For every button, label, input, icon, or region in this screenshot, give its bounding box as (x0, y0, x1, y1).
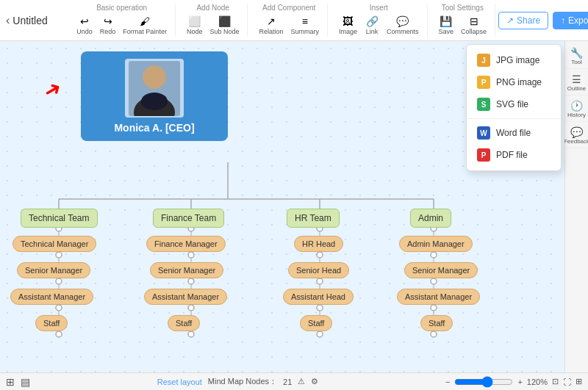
svg-point-45 (141, 93, 168, 110)
svg-point-29 (188, 278, 194, 284)
team-node-admin[interactable]: Admin (410, 209, 451, 228)
link-button[interactable]: 🔗 Link (362, 13, 381, 37)
sub-node-staff-3[interactable]: Staff (300, 315, 332, 331)
word-icon: W (477, 126, 490, 140)
zoom-in-button[interactable]: + (517, 378, 522, 386)
svg-icon: S (477, 98, 490, 111)
sub-node-staff-1[interactable]: Staff (35, 315, 68, 331)
toolbar-tool-settings: Tool Settings 💾 Save ⊟ Collapse (431, 4, 496, 37)
svg-point-34 (317, 278, 323, 284)
collapse-button[interactable]: ⊟ Collapse (459, 13, 489, 37)
zoom-out-button[interactable]: − (445, 378, 450, 386)
svg-point-24 (56, 278, 62, 284)
svg-point-41 (431, 331, 437, 337)
svg-point-26 (56, 331, 62, 337)
export-word-button[interactable]: W Word file (467, 122, 561, 144)
jpg-icon: J (477, 54, 490, 67)
sidebar-outline-button[interactable]: ☰ Outline (565, 71, 588, 95)
fit-screen-icon[interactable]: ⊡ (552, 377, 559, 386)
svg-point-40 (431, 305, 437, 311)
sub-node-senior-manager-1[interactable]: Senior Manager (17, 262, 90, 278)
history-icon: 🕐 (570, 100, 583, 112)
svg-point-38 (431, 252, 437, 258)
sub-node-staff-2[interactable]: Staff (168, 315, 200, 331)
settings-icon: ⚙ (311, 377, 318, 386)
mindmap-label: Mind Map Nodes： (208, 376, 277, 387)
node-count: 21 (283, 378, 292, 386)
toolbar-insert: Insert 🖼 Image 🔗 Link 💬 Comments (331, 4, 428, 37)
svg-point-35 (317, 305, 323, 311)
back-button[interactable]: ‹ (6, 12, 10, 29)
grid-icon: ⊞ (6, 376, 15, 388)
warning-icon: ⚠ (298, 377, 305, 386)
export-png-button[interactable]: P PNG image (467, 71, 561, 93)
svg-point-33 (317, 252, 323, 258)
svg-point-25 (56, 305, 62, 311)
sub-node-senior-manager-3[interactable]: Senior Manager (404, 262, 478, 278)
sub-node-button[interactable]: ⬛ Sub Node (207, 13, 241, 37)
svg-point-39 (431, 278, 437, 284)
tool-icon: 🔧 (570, 47, 583, 59)
team-node-finance[interactable]: Finance Team (153, 209, 224, 228)
outline-icon: ☰ (572, 73, 581, 85)
ceo-node[interactable]: Monica A. [CEO] (81, 51, 228, 141)
export-svg-button[interactable]: S SVG file (467, 93, 561, 115)
zoom-slider[interactable] (454, 376, 513, 388)
toolbar-add-node: Add Node ⬜ Node ⬛ Sub Node (179, 4, 248, 37)
png-icon: P (477, 76, 490, 89)
sidebar-tool-button[interactable]: 🔧 Tool (565, 44, 588, 69)
sub-node-finance-manager[interactable]: Finance Manager (146, 236, 226, 252)
sub-node-assistant-head[interactable]: Assistant Head (283, 289, 354, 305)
relation-button[interactable]: ↗ Relation (257, 13, 285, 37)
svg-point-23 (56, 252, 62, 258)
feedback-icon: 💬 (570, 126, 583, 138)
document-title: Untitled (12, 15, 57, 26)
svg-point-30 (188, 305, 194, 311)
team-node-hr[interactable]: HR Team (287, 209, 340, 228)
team-node-technical[interactable]: Technical Team (21, 209, 98, 228)
format-painter-button[interactable]: 🖌 Format Painter (121, 13, 169, 37)
share-button[interactable]: ↗ Share (498, 12, 548, 29)
list-icon: ▤ (21, 376, 30, 388)
export-icon: ↑ (561, 15, 565, 26)
comments-button[interactable]: 💬 Comments (384, 13, 421, 37)
bottom-bar: ⊞ ▤ Reset layout Mind Map Nodes： 21 ⚠ ⚙ … (0, 372, 588, 390)
export-button[interactable]: ↑ Export (553, 12, 588, 29)
sub-node-staff-4[interactable]: Staff (420, 315, 453, 331)
ceo-name: Monica A. [CEO] (81, 122, 228, 134)
svg-point-36 (317, 331, 323, 337)
export-dropdown: J JPG image P PNG image S SVG file W Wor… (466, 44, 562, 171)
svg-point-28 (188, 252, 194, 258)
pdf-icon: P (477, 148, 490, 162)
red-arrow-1: ➜ (39, 75, 65, 104)
sidebar-history-button[interactable]: 🕐 History (565, 97, 588, 122)
sidebar-feedback-button[interactable]: 💬 Feedback (565, 123, 588, 148)
export-pdf-button[interactable]: P PDF file (467, 144, 561, 166)
undo-button[interactable]: ↩ Undo (74, 13, 95, 37)
sub-node-hr-head[interactable]: HR Head (294, 236, 343, 252)
reset-layout-button[interactable]: Reset layout (157, 378, 202, 386)
sub-node-senior-head[interactable]: Senior Head (288, 262, 349, 278)
fullscreen-icon[interactable]: ⛶ (563, 378, 571, 386)
sub-node-assistant-manager-2[interactable]: Assistant Manager (144, 289, 227, 305)
redo-button[interactable]: ↪ Redo (98, 13, 118, 37)
svg-point-31 (188, 331, 194, 337)
zoom-level: 120% (527, 378, 548, 386)
sub-node-technical-manager[interactable]: Technical Manager (12, 236, 96, 252)
save-button[interactable]: 💾 Save (437, 13, 456, 37)
toolbar-add-component: Add Component ↗ Relation ≡ Summary (251, 4, 328, 37)
image-button[interactable]: 🖼 Image (337, 13, 359, 37)
sub-node-senior-manager-2[interactable]: Senior Manager (150, 262, 223, 278)
summary-button[interactable]: ≡ Summary (288, 13, 321, 37)
export-jpg-button[interactable]: J JPG image (467, 49, 561, 71)
share-icon: ↗ (506, 15, 514, 26)
toolbar-basic-operation: Basic operation ↩ Undo ↪ Redo 🖌 Format P… (68, 4, 176, 37)
expand-icon[interactable]: ⊞ (576, 377, 582, 386)
sub-node-assistant-manager-1[interactable]: Assistant Manager (10, 289, 93, 305)
sub-node-admin-manager[interactable]: Admin Manager (399, 236, 473, 252)
node-button[interactable]: ⬜ Node (184, 13, 205, 37)
svg-point-43 (143, 65, 166, 89)
right-sidebar: 🔧 Tool ☰ Outline 🕐 History 💬 Feedback (564, 41, 588, 372)
sub-node-assistant-manager-3[interactable]: Assistant Manager (397, 289, 480, 305)
